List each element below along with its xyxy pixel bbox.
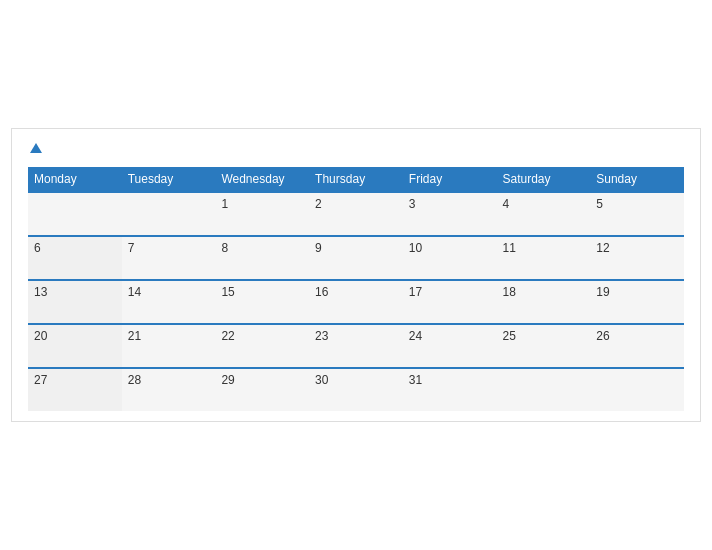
weekday-header-tuesday: Tuesday <box>122 167 216 192</box>
calendar-day-11: 11 <box>497 236 591 280</box>
calendar-day-28: 28 <box>122 368 216 411</box>
calendar-day-5: 5 <box>590 192 684 236</box>
calendar-day-20: 20 <box>28 324 122 368</box>
calendar-day-empty <box>497 368 591 411</box>
calendar-day-14: 14 <box>122 280 216 324</box>
calendar-day-13: 13 <box>28 280 122 324</box>
calendar-header <box>28 145 684 155</box>
calendar-day-23: 23 <box>309 324 403 368</box>
calendar-day-7: 7 <box>122 236 216 280</box>
weekday-header-wednesday: Wednesday <box>215 167 309 192</box>
calendar-week-row: 20212223242526 <box>28 324 684 368</box>
calendar-week-row: 12345 <box>28 192 684 236</box>
calendar-day-1: 1 <box>215 192 309 236</box>
calendar-day-4: 4 <box>497 192 591 236</box>
calendar-day-26: 26 <box>590 324 684 368</box>
calendar-day-empty <box>122 192 216 236</box>
calendar-day-empty <box>590 368 684 411</box>
calendar-day-17: 17 <box>403 280 497 324</box>
weekday-header-row: MondayTuesdayWednesdayThursdayFridaySatu… <box>28 167 684 192</box>
calendar-day-18: 18 <box>497 280 591 324</box>
calendar-day-24: 24 <box>403 324 497 368</box>
calendar-day-8: 8 <box>215 236 309 280</box>
calendar-day-2: 2 <box>309 192 403 236</box>
calendar-week-row: 13141516171819 <box>28 280 684 324</box>
calendar-day-10: 10 <box>403 236 497 280</box>
calendar-day-21: 21 <box>122 324 216 368</box>
logo-triangle-icon <box>30 143 42 153</box>
weekday-header-friday: Friday <box>403 167 497 192</box>
calendar-day-19: 19 <box>590 280 684 324</box>
calendar-day-empty <box>28 192 122 236</box>
calendar-day-25: 25 <box>497 324 591 368</box>
calendar-day-15: 15 <box>215 280 309 324</box>
calendar-day-3: 3 <box>403 192 497 236</box>
calendar-table: MondayTuesdayWednesdayThursdayFridaySatu… <box>28 167 684 411</box>
calendar-day-12: 12 <box>590 236 684 280</box>
calendar-day-29: 29 <box>215 368 309 411</box>
calendar-week-row: 2728293031 <box>28 368 684 411</box>
calendar-day-6: 6 <box>28 236 122 280</box>
logo <box>28 145 42 155</box>
calendar-day-16: 16 <box>309 280 403 324</box>
calendar-day-22: 22 <box>215 324 309 368</box>
calendar-day-27: 27 <box>28 368 122 411</box>
weekday-header-thursday: Thursday <box>309 167 403 192</box>
calendar-container: MondayTuesdayWednesdayThursdayFridaySatu… <box>11 128 701 422</box>
calendar-day-30: 30 <box>309 368 403 411</box>
weekday-header-saturday: Saturday <box>497 167 591 192</box>
calendar-day-31: 31 <box>403 368 497 411</box>
calendar-day-9: 9 <box>309 236 403 280</box>
weekday-header-sunday: Sunday <box>590 167 684 192</box>
calendar-week-row: 6789101112 <box>28 236 684 280</box>
weekday-header-monday: Monday <box>28 167 122 192</box>
